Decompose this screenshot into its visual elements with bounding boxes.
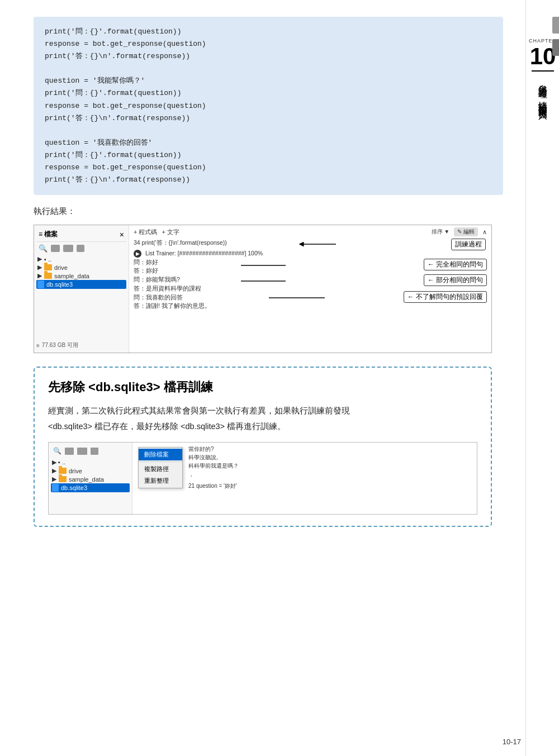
execution-screenshot: ≡ 檔案 × 🔍 ▶ ▪ .. ▶ drive xyxy=(34,225,492,353)
tip-fb-item-drive[interactable]: ▶ drive xyxy=(51,467,130,475)
output-trainer-line: List Trainer: [####################] 100… xyxy=(145,250,263,256)
fb-title: ≡ 檔案 xyxy=(39,230,58,239)
fb-expand-icon: ▶ xyxy=(37,264,42,271)
main-content: print('問：{}'.format(question))response =… xyxy=(0,0,525,549)
file-icon-db xyxy=(37,280,44,288)
fb-status-bar: ≡ 77.63 GB 可用 xyxy=(36,341,78,349)
chapter-title: 自然語言處理：情緒分析與聊天機器人 xyxy=(537,77,549,105)
tip-body-line2: <db.sqlite3> 檔已存在，最好先移除 <db.sqlite3> 檔再進… xyxy=(48,422,286,431)
tip-fb-item-sample[interactable]: ▶ sample_data xyxy=(51,475,130,483)
code-line-3: print('答：{}\n'.format(response)) xyxy=(45,50,492,63)
tip-fb-item-parent: ▶ ▪ .. xyxy=(51,458,130,467)
tip-fb-icon-2 xyxy=(77,448,87,455)
fb-db-label: db.sqlite3 xyxy=(46,281,73,288)
default-reply-arrow: ← xyxy=(408,293,416,301)
tip-output-line5: 21 question = '妳好' xyxy=(188,482,239,490)
tip-output-area: 當你好的? 科學沒聽說, 科科學前我還是嗎？ ， 21 question = '… xyxy=(188,445,239,490)
tab-markers xyxy=(552,0,559,756)
fb-item-db-sqlite3[interactable]: db.sqlite3 xyxy=(36,280,126,289)
tip-fb-icon-3 xyxy=(91,448,98,455)
toolbar-plus-code[interactable]: + 程式碼 xyxy=(134,228,157,236)
tip-file-browser: 🔍 ▶ ▪ .. ▶ drive ▶ sample_data xyxy=(49,443,477,514)
code-line-1: print('問：{}'.format(question)) xyxy=(45,26,492,38)
tip-title: 先移除 <db.sqlite3> 檔再訓練 xyxy=(48,379,477,396)
tip-output-line3: 科科學前我還是嗎？ xyxy=(188,462,239,470)
tip-fb-icon-1 xyxy=(65,448,74,455)
tip-body: 經實測，第二次執行此程式其結果常會與第一次執行有差異，如果執行訓練前發現 <db… xyxy=(48,403,477,434)
annotation-default-reply: ← 不了解問句的預設回覆 xyxy=(404,291,487,303)
context-menu-delete[interactable]: 刪除檔案 xyxy=(139,449,182,460)
fb-header: ≡ 檔案 × xyxy=(36,229,126,242)
code-line-10: question = '我喜歡你的回答' xyxy=(45,137,492,149)
code-line-8: print('答：{}\n'.format(response)) xyxy=(45,112,492,125)
fb-item-parent: ▶ ▪ .. xyxy=(36,255,126,263)
partial-match-arrow: ← xyxy=(428,276,436,284)
tip-search-icon[interactable]: 🔍 xyxy=(53,447,61,455)
tip-db-label: db.sqlite3 xyxy=(61,484,87,491)
tip-fb-sidebar: 🔍 ▶ ▪ .. ▶ drive ▶ sample_data xyxy=(49,443,132,514)
context-menu-copy-path[interactable]: 複製路徑 xyxy=(139,463,182,475)
code-block: print('問：{}'.format(question))response =… xyxy=(34,17,503,195)
tab-marker-2 xyxy=(552,39,559,56)
fb-toolbar: + 程式碼 + 文字 排序 ▼ ✎ 編輯 ∧ xyxy=(134,227,487,236)
tip-file-icon-db xyxy=(52,484,59,492)
execution-result-label: 執行結果： xyxy=(34,206,503,217)
annotation-exact-match: ← 完全相同的問句 xyxy=(424,259,487,270)
annotation-partial-match: ← 部分相同的問句 xyxy=(424,274,487,286)
toolbar-sort-icon[interactable]: 排序 ▼ xyxy=(432,228,450,236)
output-line-num: 34 print('答：{}\n'.format(response)) xyxy=(134,239,487,248)
code-line-7: response = bot.get_response(question) xyxy=(45,100,492,112)
tip-fb-main: 刪除檔案 複製路徑 重新整理 當你好的? 科學沒聽說, 科科學前我還是嗎？ ， … xyxy=(132,443,477,514)
tip-output-line4: ， xyxy=(188,470,239,478)
output-a3: 答：謝謝! 我了解你的意思。 xyxy=(134,302,487,311)
context-menu[interactable]: 刪除檔案 複製路徑 重新整理 xyxy=(138,447,183,488)
fb-icon-row: 🔍 xyxy=(36,244,126,253)
toolbar-edit-btn[interactable]: ✎ 編輯 xyxy=(454,227,478,236)
tab-marker-1 xyxy=(552,17,559,34)
status-bar-icon: ≡ xyxy=(36,343,40,349)
tip-box: 先移除 <db.sqlite3> 檔再訓練 經實測，第二次執行此程式其結果常會與… xyxy=(34,367,492,527)
tip-output-line1: 當你好的? xyxy=(188,445,239,453)
exact-match-arrow: ← xyxy=(428,260,436,268)
fb-item-drive[interactable]: ▶ drive xyxy=(36,263,126,272)
file-browser: ≡ 檔案 × 🔍 ▶ ▪ .. ▶ drive xyxy=(34,225,491,353)
annotation-train-progress: 訓練過程 xyxy=(451,239,486,250)
tip-fb-icon-row: 🔍 xyxy=(51,446,130,456)
code-line-5: question = '我能幫你嗎？' xyxy=(45,75,492,87)
code-line-2: response = bot.get_response(question) xyxy=(45,38,492,50)
context-menu-divider-1 xyxy=(139,462,182,462)
fb-disk-space: 77.63 GB 可用 xyxy=(42,341,78,349)
folder-icon-drive xyxy=(44,264,52,270)
fb-item-sample-data[interactable]: ▶ sample_data xyxy=(36,272,126,280)
code-line-12: response = bot.get_response(question) xyxy=(45,161,492,174)
tip-output-line2: 科學沒聽說, xyxy=(188,453,239,462)
code-line-13: print('答：{}\n'.format(response)) xyxy=(45,174,492,186)
fb-icon-1 xyxy=(51,245,60,252)
chevron-right-icon: ▶ xyxy=(37,255,42,263)
code-line-9 xyxy=(45,125,492,137)
fb-parent-label: ▪ .. xyxy=(44,256,51,263)
chapter-divider xyxy=(532,70,554,72)
output-run-icon[interactable]: ▶ xyxy=(134,250,141,258)
toolbar-expand-icon[interactable]: ∧ xyxy=(482,229,487,236)
search-icon[interactable]: 🔍 xyxy=(39,244,48,253)
folder-icon-sample xyxy=(44,273,52,279)
code-line-11: print('問：{}'.format(question)) xyxy=(45,149,492,161)
tip-fb-item-db[interactable]: db.sqlite3 xyxy=(51,483,130,492)
fb-icon-3 xyxy=(77,245,84,252)
fb-drive-label: drive xyxy=(54,264,68,271)
tip-folder-sample xyxy=(59,476,67,482)
tip-body-line1: 經實測，第二次執行此程式其結果常會與第一次執行有差異，如果執行訓練前發現 xyxy=(48,406,350,415)
fb-icon-2 xyxy=(63,245,73,252)
page-number: 10-17 xyxy=(503,738,521,746)
fb-main: + 程式碼 + 文字 排序 ▼ ✎ 編輯 ∧ 34 print('答：{}\n'… xyxy=(129,225,491,353)
fb-close-icon[interactable]: × xyxy=(120,230,124,239)
fb-expand-icon-2: ▶ xyxy=(37,272,42,279)
fb-sample-label: sample_data xyxy=(54,273,89,279)
fb-sidebar: ≡ 檔案 × 🔍 ▶ ▪ .. ▶ drive xyxy=(34,225,129,353)
tip-folder-drive xyxy=(59,468,67,474)
code-line-6: print('問：{}'.format(question)) xyxy=(45,87,492,99)
context-menu-refresh[interactable]: 重新整理 xyxy=(139,475,182,487)
tip-screenshot: 🔍 ▶ ▪ .. ▶ drive ▶ sample_data xyxy=(48,442,477,515)
toolbar-plus-text[interactable]: + 文字 xyxy=(162,228,179,236)
